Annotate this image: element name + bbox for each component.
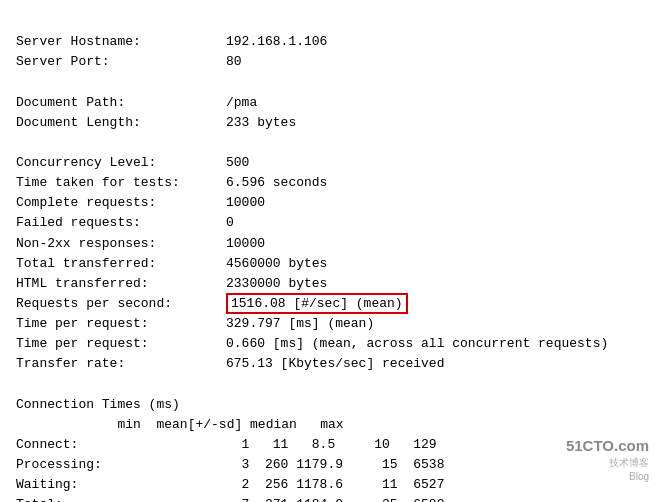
tpr1-label: Time per request: xyxy=(16,314,226,334)
connect-row: Connect: 1 11 8.5 10 129 xyxy=(16,437,437,452)
failed-row: Failed requests:0 xyxy=(16,215,234,230)
watermark-site: 51CTO.com xyxy=(566,435,649,456)
concurrency-value: 500 xyxy=(226,155,249,170)
failed-value: 0 xyxy=(226,215,234,230)
waiting-values: 2 256 1178.6 11 6527 xyxy=(226,477,444,492)
watermark-blog: Blog xyxy=(566,470,649,484)
time-label: Time taken for tests: xyxy=(16,173,226,193)
length-row: Document Length:233 bytes xyxy=(16,115,296,130)
processing-row: Processing: 3 260 1179.9 15 6538 xyxy=(16,457,444,472)
complete-label: Complete requests: xyxy=(16,193,226,213)
connection-section-label: Connection Times (ms) xyxy=(16,397,180,412)
port-row: Server Port:80 xyxy=(16,54,242,69)
length-value: 233 bytes xyxy=(226,115,296,130)
path-label: Document Path: xyxy=(16,93,226,113)
total-label: Total: xyxy=(16,495,226,502)
hostname-value: 192.168.1.106 xyxy=(226,34,327,49)
total-row: Total: 7 271 1184.0 25 6580 xyxy=(16,497,444,502)
hostname-label: Server Hostname: xyxy=(16,32,226,52)
tpr1-row: Time per request:329.797 [ms] (mean) xyxy=(16,316,374,331)
hostname-row: Server Hostname:192.168.1.106 xyxy=(16,34,327,49)
html-bytes-label: HTML transferred: xyxy=(16,274,226,294)
failed-label: Failed requests: xyxy=(16,213,226,233)
connect-label: Connect: xyxy=(16,435,226,455)
transfer-label: Transfer rate: xyxy=(16,354,226,374)
rps-highlighted-value: 1516.08 [#/sec] (mean) xyxy=(226,293,408,314)
tpr2-label: Time per request: xyxy=(16,334,226,354)
concurrency-row: Concurrency Level:500 xyxy=(16,155,249,170)
tpr2-row: Time per request:0.660 [ms] (mean, acros… xyxy=(16,336,608,351)
path-value: /pma xyxy=(226,95,257,110)
total-bytes-label: Total transferred: xyxy=(16,254,226,274)
concurrency-label: Concurrency Level: xyxy=(16,153,226,173)
html-bytes-value: 2330000 bytes xyxy=(226,276,327,291)
connection-header: min mean[+/-sd] median max xyxy=(16,417,344,432)
html-bytes-row: HTML transferred:2330000 bytes xyxy=(16,276,327,291)
time-row: Time taken for tests:6.596 seconds xyxy=(16,175,327,190)
path-row: Document Path:/pma xyxy=(16,95,257,110)
ab-output: Server Hostname:192.168.1.106 Server Por… xyxy=(16,12,651,502)
waiting-label: Waiting: xyxy=(16,475,226,495)
waiting-row: Waiting: 2 256 1178.6 11 6527 xyxy=(16,477,444,492)
non2xx-row: Non-2xx responses:10000 xyxy=(16,236,265,251)
transfer-row: Transfer rate:675.13 [Kbytes/sec] receiv… xyxy=(16,356,444,371)
non2xx-label: Non-2xx responses: xyxy=(16,234,226,254)
port-label: Server Port: xyxy=(16,52,226,72)
total-values: 7 271 1184.0 25 6580 xyxy=(226,497,444,502)
rps-row: Requests per second:1516.08 [#/sec] (mea… xyxy=(16,296,408,311)
tpr2-value: 0.660 [ms] (mean, across all concurrent … xyxy=(226,336,608,351)
watermark-tech: 技术博客 xyxy=(566,456,649,470)
length-label: Document Length: xyxy=(16,113,226,133)
non2xx-value: 10000 xyxy=(226,236,265,251)
total-bytes-value: 4560000 bytes xyxy=(226,256,327,271)
total-bytes-row: Total transferred:4560000 bytes xyxy=(16,256,327,271)
processing-label: Processing: xyxy=(16,455,226,475)
watermark: 51CTO.com 技术博客 Blog xyxy=(566,435,649,484)
port-value: 80 xyxy=(226,54,242,69)
rps-label: Requests per second: xyxy=(16,294,226,314)
processing-values: 3 260 1179.9 15 6538 xyxy=(226,457,444,472)
time-value: 6.596 seconds xyxy=(226,175,327,190)
connect-values: 1 11 8.5 10 129 xyxy=(226,437,437,452)
complete-row: Complete requests:10000 xyxy=(16,195,265,210)
complete-value: 10000 xyxy=(226,195,265,210)
tpr1-value: 329.797 [ms] (mean) xyxy=(226,316,374,331)
transfer-value: 675.13 [Kbytes/sec] received xyxy=(226,356,444,371)
